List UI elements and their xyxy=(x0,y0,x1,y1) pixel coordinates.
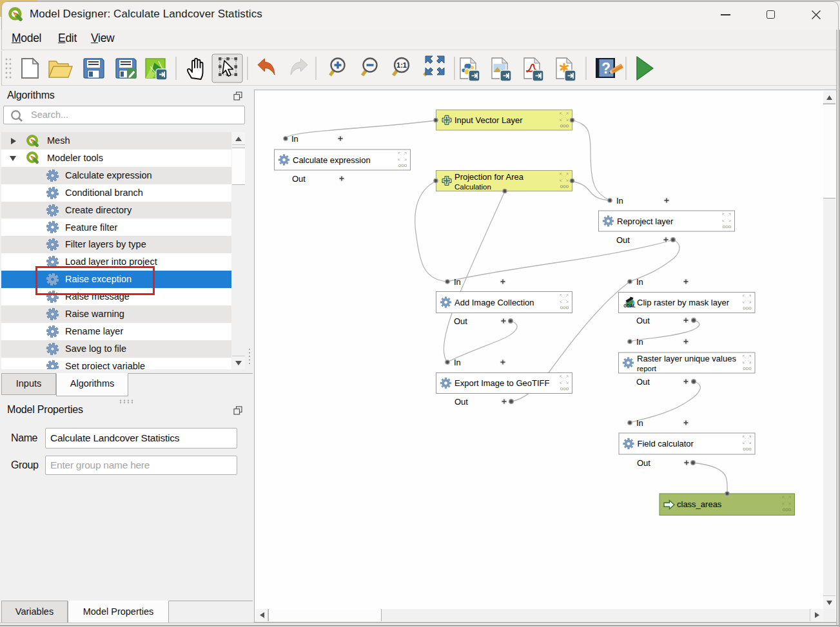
svg-text:Out: Out xyxy=(292,174,306,184)
svg-text:In: In xyxy=(291,134,298,144)
svg-text:Field calculator: Field calculator xyxy=(638,439,694,449)
svg-text:In: In xyxy=(454,358,461,367)
svg-text:Calculate expression: Calculate expression xyxy=(293,155,371,165)
svg-text:Input Vector Layer: Input Vector Layer xyxy=(454,115,523,125)
svg-text:In: In xyxy=(636,337,643,347)
svg-text:Calculation: Calculation xyxy=(454,183,491,191)
svg-text:Out: Out xyxy=(454,397,468,407)
svg-text:Projection for Area: Projection for Area xyxy=(454,172,524,182)
svg-text:Out: Out xyxy=(637,458,650,468)
svg-text:Out: Out xyxy=(454,316,467,326)
svg-text:Raster layer unique values: Raster layer unique values xyxy=(637,354,736,363)
svg-text:In: In xyxy=(636,277,643,287)
svg-text:Clip raster by mask layer: Clip raster by mask layer xyxy=(637,298,730,307)
svg-text:class_areas: class_areas xyxy=(677,499,722,509)
svg-text:?: ? xyxy=(601,60,610,77)
svg-text:Out: Out xyxy=(636,316,650,325)
svg-text:Add Image Collection: Add Image Collection xyxy=(454,298,534,307)
svg-text:Out: Out xyxy=(616,235,630,245)
svg-text:GDAL: GDAL xyxy=(623,304,635,308)
svg-text:Reproject layer: Reproject layer xyxy=(617,217,674,226)
svg-text:1:1: 1:1 xyxy=(396,61,407,69)
svg-text:In: In xyxy=(636,418,643,428)
svg-text:Out: Out xyxy=(636,377,650,387)
svg-text:report: report xyxy=(637,365,657,372)
svg-text:Export Image to GeoTIFF: Export Image to GeoTIFF xyxy=(454,378,549,388)
svg-text:In: In xyxy=(454,277,461,287)
svg-text:In: In xyxy=(616,196,623,206)
